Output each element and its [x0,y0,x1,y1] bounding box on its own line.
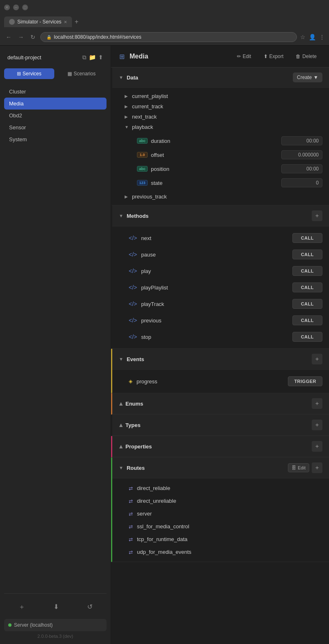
type-badge-123: 123 [137,180,148,186]
services-list: Cluster Media Obd2 Sensor System [4,86,107,145]
data-item-current-track[interactable]: ▶ current_track [112,101,329,112]
call-btn-next[interactable]: CALL [292,233,322,243]
events-section-header[interactable]: ▼ Events ＋ [112,349,329,370]
call-btn-playtrack[interactable]: CALL [292,299,322,309]
export-button[interactable]: ⬆ Export [259,51,288,61]
tab-scenarios[interactable]: ▦ Scenarios [57,68,107,79]
data-section: ▼ Data Create ▼ ▶ current_playlist ▶ cur… [111,68,329,205]
route-name: server [137,511,152,517]
sidebar-item-obd2[interactable]: Obd2 [4,110,107,121]
routes-add-button[interactable]: ＋ [312,462,322,473]
data-item-current-playlist[interactable]: ▶ current_playlist [112,91,329,101]
tab-close-btn[interactable]: ✕ [64,20,67,24]
method-name-next: next [141,235,288,241]
event-name-progress: progress [137,378,284,385]
methods-chevron-icon: ▼ [119,213,123,218]
header-actions: ✏ Edit ⬆ Export 🗑 Delete [233,51,321,61]
folder-icon[interactable]: 📁 [89,54,96,61]
events-section: ▼ Events ＋ ◈ progress TRIGGER [111,349,329,393]
new-tab-btn[interactable]: + [74,18,78,26]
type-badge-abc: abc [137,138,148,144]
properties-section: ▶ Properties ＋ [111,436,329,457]
methods-content: </> next CALL </> pause CALL </> play CA… [112,226,329,348]
enums-section-header[interactable]: ▶ Enums ＋ [112,393,329,414]
method-icon: </> [129,284,137,291]
delete-icon: 🗑 [296,54,301,59]
tab-favicon [9,19,15,25]
copy-icon[interactable]: ⧉ [82,54,86,61]
methods-section-header[interactable]: ▼ Methods ＋ [112,205,329,226]
refresh-btn[interactable]: ↺ [84,601,96,613]
tab-bar: Simulator - Services ✕ + [0,15,329,29]
reload-btn[interactable]: ↻ [29,33,37,41]
profile-icon[interactable]: 👤 [309,34,316,40]
route-item-server[interactable]: ⇄ server [112,507,329,520]
sidebar-item-system[interactable]: System [4,133,107,145]
call-btn-pause[interactable]: CALL [292,250,322,259]
route-item-direct-unreliable[interactable]: ⇄ direct_unreliable [112,495,329,507]
menu-icon[interactable]: ⋮ [319,34,325,40]
server-status[interactable]: Server (localhost) [4,619,107,631]
methods-section-title: Methods [127,213,312,219]
edit-button[interactable]: ✏ Edit [233,51,255,61]
route-item-udp-media-events[interactable]: ⇄ udp_for_media_events [112,546,329,558]
upload-icon[interactable]: ⬆ [98,54,103,61]
url-bar[interactable]: 🔒 localhost:8080/app/index.html#/service… [40,32,297,42]
sidebar-item-cluster[interactable]: Cluster [4,86,107,98]
route-name: udp_for_media_events [137,549,191,555]
events-add-button[interactable]: ＋ [312,354,322,364]
close-window-btn[interactable]: ✕ [4,5,10,10]
create-button[interactable]: Create ▼ [293,72,322,82]
trigger-btn-progress[interactable]: TRIGGER [288,376,322,386]
types-section-header[interactable]: ▶ Types ＋ [112,415,329,436]
maximize-window-btn[interactable]: □ [22,5,28,10]
properties-chevron-icon: ▶ [118,445,123,448]
forward-btn[interactable]: → [16,33,25,41]
data-section-header[interactable]: ▼ Data Create ▼ [112,68,329,88]
sensor-label: Sensor [9,124,26,131]
browser-tab[interactable]: Simulator - Services ✕ [4,16,72,27]
routes-edit-button[interactable]: 🗄 Edit [288,463,309,472]
call-btn-stop[interactable]: CALL [292,332,322,342]
delete-button[interactable]: 🗑 Delete [292,51,321,61]
properties-add-button[interactable]: ＋ [312,441,322,452]
method-item-playtrack: </> playTrack CALL [112,296,329,312]
data-item-next-track[interactable]: ▶ next_track [112,112,329,122]
methods-add-button[interactable]: ＋ [312,210,322,221]
item-label: current_track [132,103,322,110]
routes-section-header[interactable]: ▼ Routes 🗄 Edit ＋ [112,457,329,478]
method-icon: </> [129,317,137,324]
call-btn-previous[interactable]: CALL [292,315,322,325]
route-name: ssl_for_media_control [137,523,189,530]
method-name-playplaylist: playPlaylist [141,285,288,291]
types-add-button[interactable]: ＋ [312,420,322,430]
item-label: playback [132,124,322,130]
tab-services[interactable]: ⊞ Services [4,68,54,79]
item-chevron-icon: ▶ [125,94,130,98]
call-btn-play[interactable]: CALL [292,266,322,276]
minimize-window-btn[interactable]: ─ [13,5,19,10]
properties-section-header[interactable]: ▶ Properties ＋ [112,436,329,457]
data-item-previous-track[interactable]: ▶ previous_track [112,191,329,202]
route-name: direct_unreliable [137,498,176,504]
method-item-stop: </> stop CALL [112,329,329,345]
route-item-ssl-media-control[interactable]: ⇄ ssl_for_media_control [112,520,329,533]
call-btn-playplaylist[interactable]: CALL [292,282,322,292]
back-btn[interactable]: ← [4,33,13,41]
route-item-direct-reliable[interactable]: ⇄ direct_reliable [112,482,329,495]
sidebar-item-media[interactable]: Media [4,98,107,110]
browser-chrome: ✕ ─ □ Simulator - Services ✕ + ← → ↻ 🔒 l… [0,0,329,46]
playback-field-duration: abc duration 00:00 [112,134,329,148]
enums-add-button[interactable]: ＋ [312,398,322,409]
route-item-tcp-runtime-data[interactable]: ⇄ tcp_for_runtime_data [112,533,329,546]
data-item-playback[interactable]: ▼ playback [112,122,329,132]
download-btn[interactable]: ⬇ [50,601,62,613]
sidebar-item-sensor[interactable]: Sensor [4,121,107,133]
route-icon: ⇄ [129,537,133,542]
bookmark-icon[interactable]: ☆ [300,34,306,40]
method-icon: </> [129,268,137,274]
export-icon: ⬆ [264,54,268,59]
field-value-position: 00:00 [281,164,322,173]
add-service-btn[interactable]: ＋ [15,601,28,613]
route-icon: ⇄ [129,524,133,530]
